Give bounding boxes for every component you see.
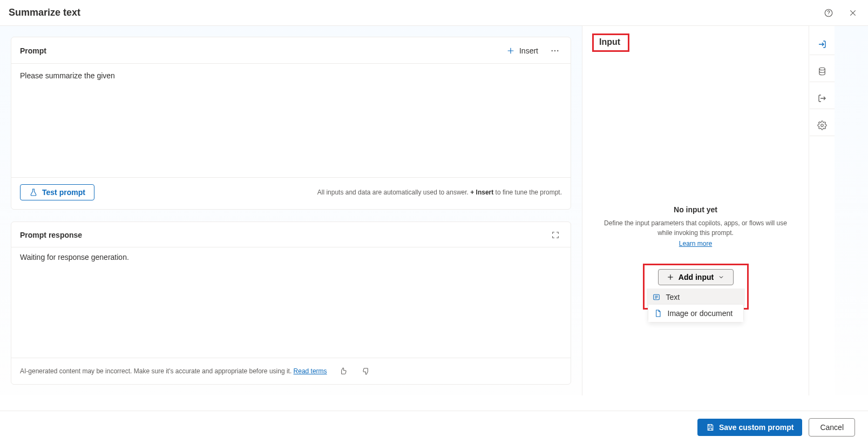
dialog-header: Summarize text (0, 0, 868, 26)
page-title: Summarize text (9, 7, 80, 18)
rail-data-icon[interactable] (810, 61, 835, 82)
add-input-button[interactable]: Add input (658, 269, 734, 285)
read-terms-link[interactable]: Read terms (294, 367, 327, 375)
thumbs-down-icon[interactable] (360, 365, 372, 378)
svg-point-4 (557, 50, 558, 51)
prompt-title: Prompt (20, 46, 46, 55)
response-footer: AI-generated content may be incorrect. M… (11, 358, 571, 384)
hint-post: to fine tune the prompt. (493, 189, 562, 196)
test-prompt-button[interactable]: Test prompt (20, 184, 94, 200)
add-input-dropdown-extra: Image or document (648, 305, 744, 323)
add-input-label: Add input (679, 273, 714, 281)
dialog-footer: Save custom prompt Cancel (0, 411, 868, 443)
prompt-textarea[interactable]: Please summarize the given (11, 64, 571, 177)
insert-button[interactable]: Insert (506, 46, 538, 55)
save-label: Save custom prompt (719, 423, 794, 432)
hint-pre: All inputs and data are automatically us… (317, 189, 471, 196)
menu-item-image-doc-label: Image or document (668, 309, 733, 318)
flask-icon (29, 188, 38, 197)
help-icon[interactable] (822, 6, 836, 20)
input-empty-state: No input yet Define the input parameters… (582, 205, 809, 247)
svg-point-6 (819, 68, 825, 70)
test-prompt-label: Test prompt (42, 188, 85, 197)
plus-icon (667, 273, 674, 281)
main-area: Prompt Insert Please summarize the given (0, 26, 868, 395)
save-button[interactable]: Save custom prompt (697, 419, 802, 436)
response-card: Prompt response Waiting for response gen… (11, 222, 571, 385)
no-input-desc: Define the input parameters that copilot… (599, 218, 792, 238)
prompt-hint: All inputs and data are automatically us… (317, 189, 562, 196)
menu-item-image-doc[interactable]: Image or document (648, 305, 743, 322)
add-input-dropdown: Text (647, 288, 745, 306)
text-icon (652, 293, 661, 301)
more-icon[interactable] (548, 44, 562, 58)
insert-label: Insert (519, 46, 538, 55)
input-heading-highlight: Input (592, 33, 629, 52)
svg-point-1 (828, 15, 829, 15)
save-icon (706, 423, 715, 432)
plus-icon (506, 46, 515, 55)
response-body: Waiting for response generation. (11, 247, 571, 358)
hint-bold: + Insert (470, 189, 493, 196)
input-heading: Input (599, 37, 620, 46)
rail-settings-icon[interactable] (810, 115, 835, 136)
menu-item-text[interactable]: Text (647, 288, 745, 306)
response-card-header: Prompt response (11, 222, 571, 247)
response-title: Prompt response (20, 231, 82, 239)
right-rail (809, 26, 835, 395)
close-icon[interactable] (846, 6, 859, 19)
chevron-down-icon (718, 274, 724, 280)
rail-input-icon[interactable] (810, 33, 835, 55)
learn-more-link[interactable]: Learn more (679, 240, 712, 247)
document-icon (654, 309, 662, 318)
svg-point-2 (552, 50, 553, 51)
header-actions (822, 6, 859, 20)
expand-icon[interactable] (549, 229, 562, 241)
menu-item-text-label: Text (666, 293, 680, 301)
thumbs-up-icon[interactable] (337, 365, 350, 378)
cancel-button[interactable]: Cancel (809, 418, 855, 437)
input-panel: Input No input yet Define the input para… (582, 26, 809, 395)
prompt-footer: Test prompt All inputs and data are auto… (11, 177, 571, 209)
svg-point-3 (554, 50, 555, 51)
no-input-title: No input yet (599, 205, 792, 214)
add-input-highlight: Add input Text (643, 264, 749, 310)
prompt-header-actions: Insert (506, 44, 562, 58)
svg-point-7 (820, 124, 823, 126)
rail-output-icon[interactable] (810, 88, 835, 109)
left-column: Prompt Insert Please summarize the given (0, 26, 582, 395)
prompt-card: Prompt Insert Please summarize the given (11, 37, 571, 210)
prompt-card-header: Prompt Insert (11, 37, 571, 64)
disclaimer-text: AI-generated content may be incorrect. M… (20, 367, 294, 375)
ai-disclaimer: AI-generated content may be incorrect. M… (20, 367, 327, 375)
